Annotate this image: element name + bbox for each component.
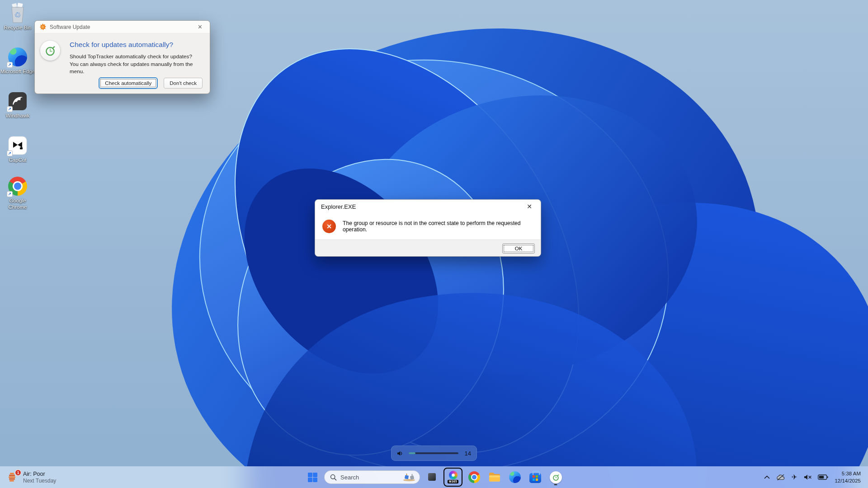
desktop-icon-microsoft-edge[interactable]: ↗ Microsoft Edge bbox=[0, 47, 35, 75]
desktop: ♲ Recycle Bin ↗ Microsoft Edge ↗ Windhaw… bbox=[0, 0, 868, 488]
m365-copilot-icon bbox=[449, 471, 458, 479]
update-body-text: Should TopTracker automatically check fo… bbox=[70, 53, 201, 75]
close-icon[interactable]: ✕ bbox=[195, 22, 205, 32]
shortcut-arrow-icon: ↗ bbox=[7, 191, 13, 197]
speaker-low-icon bbox=[397, 450, 404, 456]
widgets-line2: Next Tuesday bbox=[23, 478, 56, 484]
volume-osd: 14 bbox=[391, 446, 477, 461]
software-update-titlebar[interactable]: Software Update ✕ bbox=[35, 21, 210, 33]
tray-chevron-up-icon[interactable] bbox=[764, 475, 770, 479]
volume-value: 14 bbox=[463, 450, 471, 457]
windows-logo-icon bbox=[308, 473, 317, 482]
tray-clock[interactable]: 5:38 AM 12/14/2025 bbox=[835, 470, 861, 484]
chrome-icon bbox=[468, 471, 480, 483]
task-view-button[interactable] bbox=[423, 469, 440, 486]
check-automatically-button[interactable]: Check automatically bbox=[99, 78, 157, 89]
shortcut-arrow-icon: ↗ bbox=[7, 106, 13, 112]
recycle-bin-icon: ♲ bbox=[9, 3, 27, 23]
explorer-error-dialog: Explorer.EXE ✕ ✕ The group or resource i… bbox=[315, 199, 541, 257]
explorer-error-body: ✕ The group or resource is not in the co… bbox=[315, 213, 541, 239]
desktop-icon-recycle-bin[interactable]: ♲ Recycle Bin bbox=[0, 3, 35, 31]
ok-button[interactable]: OK bbox=[502, 244, 535, 253]
desktop-icon-label: Google Chrome bbox=[0, 198, 35, 210]
explorer-error-title: Explorer.EXE bbox=[321, 203, 356, 210]
taskbar-edge[interactable] bbox=[506, 469, 524, 486]
desktop-icon-capcut[interactable]: ↗ CapCut bbox=[0, 135, 35, 164]
desktop-icon-windhawk[interactable]: ↗ Windhawk bbox=[0, 91, 35, 119]
widgets-badge: 1 bbox=[15, 469, 21, 476]
toptracker-stopwatch-icon bbox=[550, 471, 562, 483]
microsoft-store-icon bbox=[529, 473, 541, 483]
software-update-dialog: Software Update ✕ Check for updates auto… bbox=[34, 20, 210, 94]
edge-icon bbox=[509, 471, 521, 483]
tray-date: 12/14/2025 bbox=[835, 477, 861, 484]
shortcut-arrow-icon: ↗ bbox=[7, 62, 13, 68]
toptracker-stopwatch-icon bbox=[40, 41, 60, 61]
file-explorer-icon bbox=[488, 472, 501, 483]
desktop-icon-label: Recycle Bin bbox=[4, 25, 32, 31]
desktop-icon-google-chrome[interactable]: ↗ Google Chrome bbox=[0, 176, 35, 210]
volume-slider-fill bbox=[409, 452, 415, 454]
tray-airplane-mode-icon[interactable]: ✈ bbox=[792, 474, 797, 481]
software-update-app-icon bbox=[39, 23, 46, 30]
desktop-icon-label: CapCut bbox=[9, 157, 27, 164]
widgets-line1: Air: Poor bbox=[23, 471, 56, 477]
start-button[interactable] bbox=[304, 469, 321, 486]
desktop-icon-label: Microsoft Edge bbox=[0, 69, 35, 75]
running-app-indicator bbox=[554, 484, 557, 485]
explorer-error-titlebar[interactable]: Explorer.EXE ✕ bbox=[315, 200, 541, 213]
widgets-button[interactable]: 1 Air: Poor Next Tuesday bbox=[2, 466, 61, 488]
tray-time: 5:38 AM bbox=[835, 470, 861, 477]
error-x-icon: ✕ bbox=[322, 220, 336, 233]
software-update-title: Software Update bbox=[50, 24, 90, 30]
search-icon bbox=[330, 474, 337, 481]
recycle-glyph: ♲ bbox=[14, 11, 21, 19]
taskbar-chrome[interactable] bbox=[466, 469, 483, 486]
taskbar-m365-copilot[interactable]: M365 bbox=[443, 468, 462, 487]
dont-check-button[interactable]: Don't check bbox=[164, 78, 203, 89]
search-input[interactable] bbox=[340, 474, 399, 481]
tray-onedrive-paused-icon[interactable] bbox=[776, 474, 785, 481]
taskbar-microsoft-store[interactable] bbox=[527, 469, 544, 486]
volume-slider[interactable] bbox=[409, 452, 458, 454]
explorer-error-footer: OK bbox=[315, 239, 541, 257]
dreidels-decoration-icon bbox=[402, 473, 416, 482]
desktop-icon-label: Windhawk bbox=[5, 113, 29, 119]
shortcut-arrow-icon: ↗ bbox=[7, 150, 13, 156]
taskbar: 1 Air: Poor Next Tuesday bbox=[0, 466, 868, 488]
software-update-body: Check for updates automatically? Should … bbox=[35, 33, 210, 94]
close-icon[interactable]: ✕ bbox=[524, 202, 535, 211]
tray-battery-icon[interactable] bbox=[818, 474, 828, 480]
m365-badge: M365 bbox=[448, 480, 458, 484]
taskbar-toptracker[interactable] bbox=[547, 469, 564, 486]
task-view-icon bbox=[425, 471, 438, 483]
tray-volume-muted-icon[interactable] bbox=[803, 474, 811, 480]
error-message: The group or resource is not in the corr… bbox=[343, 220, 533, 233]
taskbar-search[interactable] bbox=[324, 470, 420, 484]
update-heading: Check for updates automatically? bbox=[70, 41, 173, 49]
taskbar-file-explorer[interactable] bbox=[486, 469, 503, 486]
